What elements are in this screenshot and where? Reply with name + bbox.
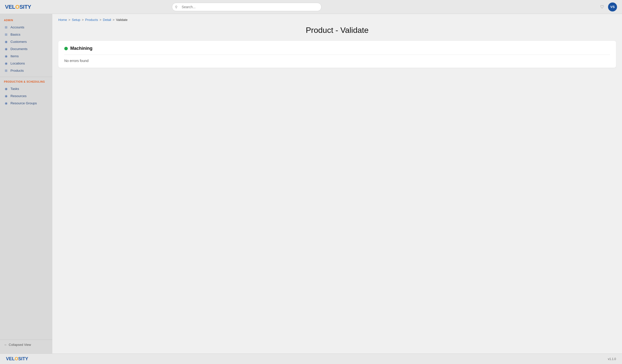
items-icon: ◉ bbox=[4, 54, 8, 58]
avatar[interactable]: VS bbox=[608, 2, 617, 11]
sidebar-item-accounts[interactable]: ⊞ Accounts bbox=[0, 24, 52, 31]
documents-icon: ◉ bbox=[4, 47, 8, 51]
breadcrumb-sep-1: > bbox=[69, 18, 71, 22]
sidebar-item-locations[interactable]: ◉ Locations bbox=[0, 60, 52, 67]
logo[interactable]: VELOSITY bbox=[5, 4, 31, 10]
footer: VELOSITY v1.1.0 bbox=[0, 354, 622, 364]
validate-card: Machining No errors found bbox=[58, 41, 616, 68]
breadcrumb-sep-2: > bbox=[82, 18, 84, 22]
sidebar-item-resources[interactable]: ◉ Resources bbox=[0, 92, 52, 100]
breadcrumb-home[interactable]: Home bbox=[58, 18, 67, 22]
sidebar-bottom: ← Collapsed View bbox=[0, 340, 52, 350]
sidebar-item-label: Accounts bbox=[10, 25, 24, 29]
basics-icon: ⊞ bbox=[4, 33, 8, 36]
sidebar-item-resource-groups[interactable]: ◉ Resource Groups bbox=[0, 100, 52, 107]
resource-groups-icon: ◉ bbox=[4, 101, 8, 105]
collapsed-view-button[interactable]: ← Collapsed View bbox=[4, 343, 31, 347]
admin-section-label: ADMIN bbox=[0, 18, 52, 24]
sidebar-divider bbox=[0, 77, 52, 77]
breadcrumb-products[interactable]: Products bbox=[85, 18, 98, 22]
status-dot-success bbox=[64, 47, 68, 50]
accounts-icon: ⊞ bbox=[4, 25, 8, 29]
topnav: VELOSITY ⚲ ♡ VS bbox=[0, 0, 622, 14]
sidebar-item-label: Locations bbox=[10, 61, 25, 65]
sidebar-item-label: Resource Groups bbox=[10, 101, 37, 105]
sidebar-item-tasks[interactable]: ◉ Tasks bbox=[0, 85, 52, 92]
breadcrumb-sep-4: > bbox=[113, 18, 115, 22]
nav-right: ♡ VS bbox=[599, 2, 617, 11]
breadcrumb-validate: Validate bbox=[116, 18, 128, 22]
sidebar-item-products[interactable]: ⊞ Products bbox=[0, 67, 52, 74]
content-inner: Machining No errors found bbox=[52, 41, 622, 354]
logo-text: VELOSITY bbox=[5, 4, 31, 10]
breadcrumb: Home > Setup > Products > Detail > Valid… bbox=[52, 14, 622, 24]
breadcrumb-detail[interactable]: Detail bbox=[103, 18, 111, 22]
sidebar-item-label: Items bbox=[10, 54, 19, 58]
sidebar-item-documents[interactable]: ◉ Documents bbox=[0, 45, 52, 53]
search-input[interactable] bbox=[172, 3, 321, 11]
notifications-button[interactable]: ♡ bbox=[599, 3, 605, 11]
locations-icon: ◉ bbox=[4, 61, 8, 65]
sidebar-item-basics[interactable]: ⊞ Basics bbox=[0, 31, 52, 38]
search-icon: ⚲ bbox=[175, 5, 177, 9]
validate-card-title: Machining bbox=[70, 46, 92, 51]
customers-icon: ◉ bbox=[4, 40, 8, 44]
breadcrumb-setup[interactable]: Setup bbox=[72, 18, 80, 22]
sidebar-item-label: Documents bbox=[10, 47, 27, 51]
breadcrumb-sep-3: > bbox=[99, 18, 101, 22]
products-icon: ⊞ bbox=[4, 69, 8, 72]
search-bar: ⚲ bbox=[172, 3, 321, 11]
tasks-icon: ◉ bbox=[4, 87, 8, 91]
footer-logo: VELOSITY bbox=[6, 356, 28, 362]
content-area: Home > Setup > Products > Detail > Valid… bbox=[52, 14, 622, 354]
resources-icon: ◉ bbox=[4, 94, 8, 98]
sidebar-item-customers[interactable]: ◉ Customers bbox=[0, 38, 52, 45]
production-section-label: PRODUCTION & SCHEDULING bbox=[0, 79, 52, 85]
sidebar-item-label: Resources bbox=[10, 94, 27, 98]
sidebar-item-label: Customers bbox=[10, 40, 27, 44]
sidebar: ADMIN ⊞ Accounts ⊞ Basics ◉ Customers ◉ … bbox=[0, 14, 52, 354]
sidebar-item-label: Products bbox=[10, 69, 24, 72]
collapsed-view-label: Collapsed View bbox=[9, 343, 31, 347]
no-errors-text: No errors found bbox=[64, 59, 610, 63]
sidebar-item-items[interactable]: ◉ Items bbox=[0, 53, 52, 60]
sidebar-item-label: Tasks bbox=[10, 87, 19, 91]
page-title: Product - Validate bbox=[52, 26, 622, 35]
collapse-arrow-icon: ← bbox=[4, 343, 7, 347]
sidebar-item-label: Basics bbox=[10, 33, 20, 36]
main-layout: ADMIN ⊞ Accounts ⊞ Basics ◉ Customers ◉ … bbox=[0, 14, 622, 354]
validate-card-header: Machining bbox=[64, 46, 610, 55]
footer-version: v1.1.0 bbox=[608, 357, 616, 361]
